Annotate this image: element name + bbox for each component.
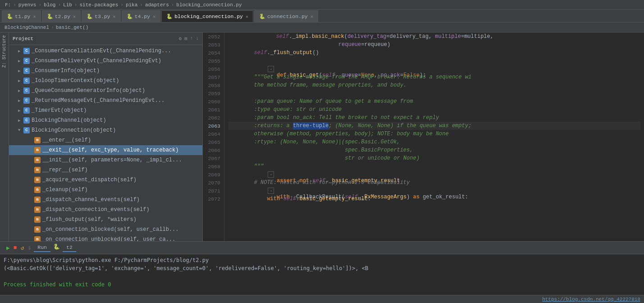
tree-item-blockingconn-label: BlockingConnection(object) (32, 127, 116, 133)
method-icon-2: m (34, 147, 41, 153)
line-num-2062: 2062 (205, 114, 220, 122)
tab-t2[interactable]: 🐍 t2.py ✕ (42, 10, 81, 22)
tree-item-init[interactable]: m __init__(self, parameters=None, _impl_… (9, 155, 202, 165)
py-icon: 🐍 (7, 14, 13, 19)
run-rerun-button[interactable]: ↺ (20, 243, 25, 252)
method-icon-8: m (34, 207, 41, 213)
arrow-icon-13 (29, 168, 34, 172)
tree-item-enter[interactable]: m __enter__(self) (9, 135, 202, 145)
tree-item-repr[interactable]: m __repr__(self) (9, 165, 202, 175)
tree-item-flush[interactable]: m _flush_output(self, *waiters) (9, 215, 202, 225)
tree-item-consumerinfo[interactable]: ▶ C _ConsumerInfo(object) (9, 66, 202, 76)
tree-item-conn-unblocked-label: _on_connection_unblocked(self, user_ca..… (42, 236, 175, 241)
tree-item-queueconsumer[interactable]: ▶ C _QueueConsumerGeneratorInfo(object) (9, 86, 202, 96)
tree-item-conn-unblocked[interactable]: m _on_connection_unblocked(self, user_ca… (9, 234, 202, 241)
tree-item-dispatch-conn[interactable]: m _dispatch_connection_events(self) (9, 205, 202, 215)
py-icon-2: 🐍 (47, 14, 53, 19)
code-line-2060: :param queue: Name of queue to get a mes… (228, 97, 640, 106)
tree-item-blockingconn[interactable]: ▼ C BlockingConnection(object) (9, 125, 202, 135)
arrow-icon-19 (29, 227, 34, 232)
tab-t2-close[interactable]: ✕ (73, 14, 76, 19)
code-line-2054: self._flush_output() (228, 49, 640, 57)
line-num-2064: 2064 (205, 130, 220, 138)
code-line-2064: otherwise (method, properties, body); NO… (228, 130, 640, 138)
sidebar-icon-arrow-down[interactable]: ↓ (196, 36, 199, 41)
tab-t4[interactable]: 🐍 t4.py ✕ (122, 10, 161, 22)
line-num-2056: 2056 (205, 65, 220, 73)
code-line-2059 (228, 89, 640, 97)
tab-connection-close[interactable]: ✕ (311, 14, 313, 19)
tree-item-timerevt[interactable]: ▶ C _TimerEvt(object) (9, 106, 202, 115)
tab-t3-close[interactable]: ✕ (113, 14, 116, 19)
run-tab-t2[interactable]: t2 (63, 243, 76, 252)
tree-item-queueconsumer-label: _QueueConsumerGeneratorInfo(object) (32, 87, 145, 94)
sidebar-icon-gear[interactable]: ⚙ (179, 36, 182, 41)
line-num-2070: 2070 (205, 179, 220, 187)
line-num-2065: 2065 (205, 138, 220, 146)
tree-item-cancellation-label: _ConsumerCancellationEvt(_ChannelPending… (32, 48, 171, 54)
vertical-tab-structure[interactable]: Z: Structure (0, 32, 8, 70)
tab-t2-label: t2.py (55, 14, 71, 19)
class-icon-3: C (23, 68, 30, 74)
tree-item-cleanup-label: _cleanup(self) (42, 187, 88, 193)
fold-2069[interactable]: - (268, 171, 274, 178)
tab-t3-label: t3.py (95, 14, 110, 19)
arrow-icon-14 (29, 178, 34, 182)
tab-t1-close[interactable]: ✕ (33, 14, 36, 19)
tab-t4-close[interactable]: ✕ (153, 14, 155, 19)
tree-item-conn-blocked[interactable]: m _on_connection_blocked(self, user_call… (9, 225, 202, 234)
run-scroll-button[interactable]: ⇩ (27, 243, 32, 252)
line-num-2061: 2061 (205, 106, 220, 114)
line-num-2066: 2066 (205, 146, 220, 154)
run-line-2: (<Basic.GetOk(['delivery_tag=1', 'exchan… (4, 264, 640, 272)
tree-item-returned[interactable]: ▶ C _ReturnedMessageEvt(_ChannelPendingE… (9, 96, 202, 106)
tab-blocking[interactable]: 🐍 blocking_connection.py ✕ (161, 10, 253, 22)
sidebar-icon-arrow-up[interactable]: ↑ (190, 36, 193, 41)
code-line-2067: str or unicode or None) (228, 154, 640, 162)
tree-item-delivery[interactable]: ▶ C _ConsumerDeliveryEvt(_ChannelPending… (9, 56, 202, 66)
run-tab-run[interactable]: Run (34, 243, 50, 252)
code-line-2063: :returns: a three-tuple; (None, None, No… (228, 122, 640, 130)
arrow-icon-16 (29, 197, 34, 202)
tab-connection[interactable]: 🐍 connection.py ✕ (254, 10, 318, 22)
run-status-url[interactable]: https://blog.csdn.net/qq_42227818 (542, 297, 640, 302)
class-icon-7: C (23, 107, 30, 114)
editor-area: 2052 2053 2054 2055 2056 2057 2058 2059 … (203, 32, 644, 241)
tree-item-acquire-label: _acquire_event_dispatch(self) (42, 177, 137, 183)
arrow-icon-7: ▶ (18, 108, 23, 113)
fold-2056[interactable]: - (268, 66, 274, 72)
line-num-2059: 2059 (205, 89, 220, 97)
line-numbers: 2052 2053 2054 2055 2056 2057 2058 2059 … (203, 32, 224, 241)
arrow-icon-2: ▶ (18, 59, 23, 64)
line-num-2068: 2068 (205, 162, 220, 170)
run-play-button[interactable]: ▶ (5, 243, 11, 252)
tab-blocking-close[interactable]: ✕ (246, 14, 248, 19)
class-icon-5: C (23, 87, 30, 94)
tree-item-exit[interactable]: m __exit__(self, exc_type, value, traceb… (9, 145, 202, 155)
run-line-4: Process finished with exit code 0 (4, 280, 640, 289)
fold-2071[interactable]: - (268, 188, 274, 194)
code-lines: self._impl.basic_nack(delivery_tag=deliv… (224, 32, 644, 241)
arrow-icon-1: ▶ (18, 49, 23, 54)
tree-item-cancellation[interactable]: ▶ C _ConsumerCancellationEvt(_ChannelPen… (9, 46, 202, 56)
sidebar-icon-cog[interactable]: ⊞ (184, 36, 187, 41)
line-num-2058: 2058 (205, 81, 220, 89)
code-line-2066: spec.BasicProperties, (228, 146, 640, 154)
code-line-2071: - with _CallbackResult(self._RxMessageAr… (228, 187, 640, 195)
line-num-2063: 2063 (205, 122, 220, 130)
method-icon-9: m (34, 216, 41, 223)
method-icon-3: m (34, 157, 41, 163)
tree-item-ioloop[interactable]: ▶ C _IoloopTimerContext(object) (9, 76, 202, 86)
run-stop-button[interactable]: ■ (13, 243, 18, 252)
class-icon-2: C (23, 58, 30, 64)
tree-item-acquire[interactable]: m _acquire_event_dispatch(self) (9, 175, 202, 185)
tree-item-dispatch-channel[interactable]: m _dispatch_channel_events(self) (9, 195, 202, 205)
arrow-icon-8: ▶ (18, 118, 23, 123)
arrow-icon-20 (29, 237, 34, 241)
class-icon-9: C (23, 127, 30, 133)
tree-item-cleanup[interactable]: m _cleanup(self) (9, 185, 202, 195)
run-content: F:\pyenvs\blog\Scripts\python.exe F:/Pyc… (0, 254, 644, 295)
tree-item-blockingchannel[interactable]: ▶ C BlockingChannel(object) (9, 115, 202, 125)
tab-t3[interactable]: 🐍 t3.py ✕ (82, 10, 121, 22)
tab-t1[interactable]: 🐍 t1.py ✕ (2, 10, 41, 22)
